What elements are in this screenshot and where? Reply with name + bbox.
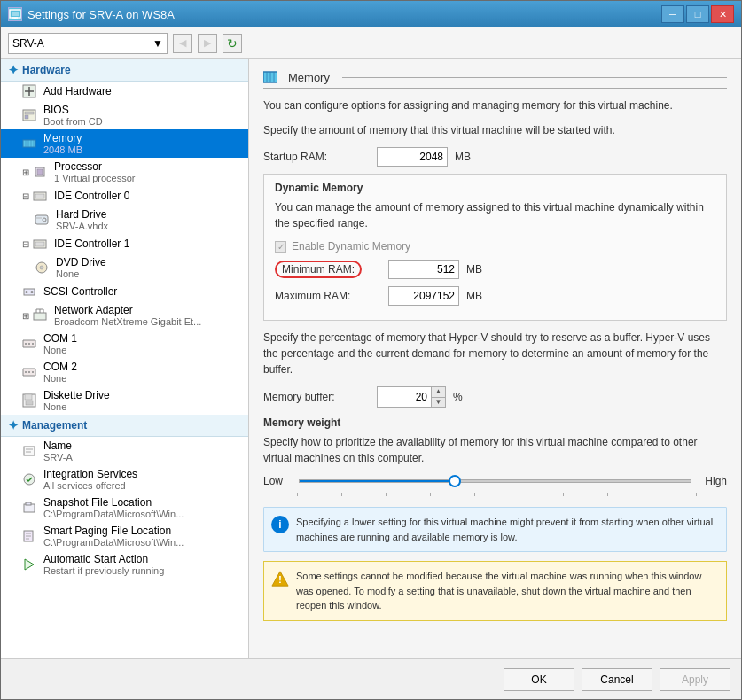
startup-ram-row: Startup RAM: MB [263, 147, 727, 167]
maximum-ram-unit: MB [466, 290, 482, 302]
sidebar-item-com2[interactable]: COM 2 None [1, 358, 248, 386]
ide0-expand-icon: ⊟ [22, 191, 29, 201]
sidebar-item-dvd[interactable]: DVD Drive None [1, 253, 248, 282]
sidebar-item-name[interactable]: Name SRV-A [1, 437, 248, 465]
spinner-up-button[interactable]: ▲ [431, 387, 445, 398]
tick-3 [386, 493, 387, 496]
toolbar: SRV-A ▼ ◀ ▶ ↻ [1, 27, 741, 59]
sidebar-item-scsi[interactable]: SCSI Controller [1, 282, 248, 301]
sidebar-item-integration[interactable]: Integration Services All services offere… [1, 465, 248, 494]
svg-point-37 [32, 343, 34, 345]
maximize-button[interactable]: □ [686, 5, 709, 23]
com1-icon [22, 337, 36, 351]
add-hardware-label: Add Hardware [43, 85, 112, 97]
svg-rect-23 [35, 242, 44, 246]
tick-5 [474, 493, 475, 496]
svg-point-35 [25, 343, 27, 345]
enable-dynamic-label: Enable Dynamic Memory [292, 240, 410, 253]
network-label: Network Adapter [54, 304, 201, 316]
memory-buffer-spinner: ▲ ▼ [377, 386, 446, 408]
ok-button[interactable]: OK [504, 668, 574, 691]
cancel-button[interactable]: Cancel [582, 668, 652, 691]
sidebar-item-processor[interactable]: ⊞ Processor 1 Virtual processor [1, 158, 248, 186]
tick-7 [563, 493, 564, 496]
back-button[interactable]: ◀ [173, 34, 192, 53]
minimum-ram-highlighted-label: Minimum RAM: [275, 261, 362, 278]
slider-row: Low High [263, 475, 727, 487]
sidebar-item-ide1[interactable]: ⊟ IDE Controller 1 [1, 234, 248, 253]
sidebar-item-diskette[interactable]: Diskette Drive None [1, 386, 248, 415]
sidebar-item-ide0[interactable]: ⊟ IDE Controller 0 [1, 186, 248, 206]
minimize-button[interactable]: ─ [661, 5, 684, 23]
name-sub: SRV-A [43, 452, 73, 463]
sidebar: ✦ Hardware Add Hardware [1, 59, 249, 658]
slider-fill [300, 480, 456, 482]
memory-buffer-unit: % [453, 391, 463, 403]
dynamic-memory-desc: You can manage the amount of memory assi… [275, 199, 715, 231]
sidebar-item-harddrive[interactable]: Hard Drive SRV-A.vhdx [1, 206, 248, 234]
startup-ram-input[interactable] [377, 147, 448, 167]
startup-ram-unit: MB [455, 151, 471, 163]
sidebar-item-memory[interactable]: Memory 2048 MB [1, 129, 248, 158]
processor-icon [33, 165, 47, 179]
memory-label: Memory [43, 132, 82, 144]
harddrive-icon [35, 213, 49, 227]
hardware-section-header: ✦ Hardware [1, 59, 248, 82]
tick-1 [297, 493, 298, 496]
enable-dynamic-checkbox[interactable]: ✓ [275, 241, 286, 253]
name-icon [22, 444, 36, 458]
description-2: Specify the amount of memory that this v… [263, 122, 727, 138]
memory-weight-slider-section: Low High [263, 475, 727, 496]
memory-section-icon [263, 70, 277, 84]
maximum-ram-input[interactable] [388, 286, 459, 306]
app-icon [8, 7, 22, 21]
tick-6 [519, 493, 519, 496]
svg-point-40 [28, 371, 30, 373]
vm-selector-dropdown[interactable]: SRV-A ▼ [8, 33, 168, 54]
slider-high-label: High [700, 475, 727, 487]
minimum-ram-unit: MB [466, 263, 482, 276]
sidebar-item-bios[interactable]: BIOS Boot from CD [1, 101, 248, 129]
snapshot-sub: C:\ProgramData\Microsoft\Win... [43, 509, 184, 519]
bios-label: BIOS [43, 104, 103, 116]
ide0-icon [33, 189, 47, 203]
processor-label: Processor [54, 160, 136, 173]
com1-label: COM 1 [43, 332, 77, 345]
svg-rect-16 [37, 169, 43, 175]
sidebar-item-snapshot[interactable]: Snapshot File Location C:\ProgramData\Mi… [1, 494, 248, 522]
tick-10 [696, 493, 697, 496]
slider-thumb[interactable] [449, 475, 461, 487]
svg-rect-45 [24, 447, 35, 455]
refresh-button[interactable]: ↻ [223, 34, 242, 53]
tick-2 [341, 493, 342, 496]
memory-buffer-input[interactable] [378, 387, 431, 407]
svg-text:!: ! [278, 573, 282, 586]
spinner-down-button[interactable]: ▼ [431, 398, 445, 408]
com2-icon [22, 365, 36, 379]
sidebar-item-com1[interactable]: COM 1 None [1, 330, 248, 358]
sidebar-item-smartpaging[interactable]: Smart Paging File Location C:\ProgramDat… [1, 522, 248, 550]
sidebar-item-autostart[interactable]: Automatic Start Action Restart if previo… [1, 550, 248, 579]
sidebar-item-network[interactable]: ⊞ Network Adapter Broadcom NetXtreme Gig… [1, 301, 248, 330]
svg-rect-1 [12, 12, 19, 16]
svg-rect-18 [35, 194, 44, 198]
ide1-icon [33, 237, 47, 251]
sidebar-item-add-hardware[interactable]: Add Hardware [1, 82, 248, 101]
integration-label: Integration Services [43, 468, 137, 480]
info-box: i Specifying a lower setting for this vi… [263, 507, 727, 552]
dynamic-memory-title: Dynamic Memory [275, 182, 715, 194]
svg-rect-29 [34, 313, 46, 320]
tick-9 [652, 493, 652, 496]
svg-point-39 [25, 371, 27, 373]
svg-point-27 [26, 291, 28, 293]
diskette-sub: None [43, 401, 110, 412]
apply-button[interactable]: Apply [660, 668, 730, 691]
memory-weight-slider[interactable] [299, 479, 691, 483]
close-button[interactable]: ✕ [711, 5, 734, 23]
tick-8 [607, 493, 608, 496]
forward-button[interactable]: ▶ [198, 34, 217, 53]
minimum-ram-label: Minimum RAM: [275, 263, 381, 276]
minimum-ram-input[interactable] [388, 260, 459, 279]
bottom-bar: OK Cancel Apply [1, 658, 741, 699]
hardware-star-icon: ✦ [8, 63, 19, 77]
